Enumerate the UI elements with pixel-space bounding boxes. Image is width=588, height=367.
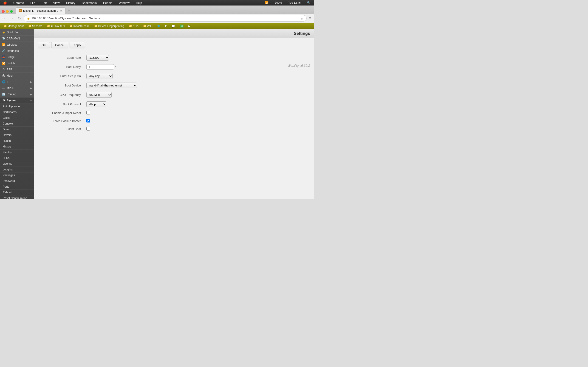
- menu-people[interactable]: People: [102, 1, 114, 5]
- switch-icon: 🔀: [2, 61, 6, 65]
- ok-button[interactable]: OK: [38, 42, 50, 48]
- sidebar-item-reboot[interactable]: Reboot: [0, 190, 34, 195]
- sidebar-item-mesh[interactable]: 🕸 Mesh: [0, 73, 34, 79]
- sidebar-item-ports[interactable]: Ports: [0, 184, 34, 190]
- page-title: Settings: [294, 31, 310, 36]
- boot-protocol-select[interactable]: dhcp bootp none: [86, 101, 106, 107]
- submenu-label: Packages: [3, 174, 15, 177]
- sidebar-item-health[interactable]: Health: [0, 138, 34, 144]
- bookmark-apis[interactable]: 📁 APIs: [127, 24, 140, 28]
- sidebar-item-switch[interactable]: 🔀 Switch: [0, 60, 34, 67]
- sidebar-item-auto-upgrade[interactable]: Auto Upgrade: [0, 104, 34, 109]
- sidebar-item-ip[interactable]: 🌐 IP ▶: [0, 79, 34, 85]
- sidebar-item-label: Bridge: [7, 56, 15, 59]
- sidebar: ⚡ Quick Set 📡 CAPsMAN 📶 Wireless 🔗 Inter…: [0, 29, 34, 199]
- cpu-freq-row: CPU Frequency 650MHz 400MHz 533MHz 800MH…: [38, 90, 199, 100]
- minimize-window-button[interactable]: [6, 10, 9, 13]
- bookmark-device-fingerprinting[interactable]: 📁 Device Fingerprinting: [92, 24, 126, 28]
- url-bar[interactable]: 🔒 192.168.88.1/webfig/#System:Routerboar…: [24, 15, 307, 22]
- sidebar-item-disks[interactable]: Disks: [0, 127, 34, 132]
- bookmark-wifi[interactable]: 📁 WiFi: [141, 24, 154, 28]
- menu-window[interactable]: Window: [118, 1, 131, 5]
- bookmark-infrastructure[interactable]: 📁 Infrastructure: [68, 24, 91, 28]
- force-backup-label: Force Backup Booter: [53, 119, 81, 123]
- search-icon[interactable]: 🔍: [306, 1, 312, 5]
- sidebar-item-capsman[interactable]: 📡 CAPsMAN: [0, 35, 34, 42]
- active-tab[interactable]: M MikroTik – Settings at adm... ×: [16, 7, 66, 14]
- sidebar-item-bridge[interactable]: 🌉 Bridge: [0, 54, 34, 60]
- boot-device-select[interactable]: nand-if-fail-then-ethernet nand-only eth…: [86, 83, 137, 88]
- baud-rate-select[interactable]: 115200 9600 19200 38400 57600: [86, 55, 109, 60]
- browser-menu-button[interactable]: ≡: [308, 15, 312, 21]
- tab-close-button[interactable]: ×: [60, 9, 63, 12]
- sidebar-item-quick-set[interactable]: ⚡ Quick Set: [0, 29, 34, 35]
- wifi-icon: 📶: [264, 1, 270, 5]
- folder-icon: 📁: [69, 25, 73, 27]
- submenu-label: License: [3, 162, 12, 165]
- folder-icon: 📁: [28, 25, 32, 27]
- menu-chrome[interactable]: Chrome: [12, 1, 25, 5]
- enter-setup-label: Enter Setup On: [60, 74, 81, 78]
- close-window-button[interactable]: [2, 10, 5, 13]
- enter-setup-row: Enter Setup On any key delete key none: [38, 71, 199, 81]
- ppp-icon: 🔌: [2, 68, 6, 71]
- sidebar-item-console[interactable]: Console: [0, 121, 34, 127]
- action-buttons: OK Cancel Apply: [38, 42, 310, 48]
- menu-view[interactable]: View: [52, 1, 61, 5]
- sidebar-item-packages[interactable]: Packages: [0, 173, 34, 178]
- reload-button[interactable]: ↻: [17, 15, 23, 21]
- sidebar-item-password[interactable]: Password: [0, 178, 34, 184]
- sidebar-item-certificates[interactable]: Certificates: [0, 109, 34, 115]
- enter-setup-select[interactable]: any key delete key none: [86, 73, 112, 79]
- bookmark-management[interactable]: 📁 Management: [2, 24, 26, 28]
- forward-button[interactable]: ›: [9, 15, 15, 21]
- bookmark-4g-routers[interactable]: 📁 4G Routers: [45, 24, 67, 28]
- enable-jumper-checkbox[interactable]: [86, 111, 90, 115]
- bookmark-label: Sensors: [32, 25, 42, 28]
- sidebar-item-interfaces[interactable]: 🔗 Interfaces: [0, 48, 34, 54]
- bookmark-youtube[interactable]: ▶: [186, 24, 192, 28]
- menu-help[interactable]: Help: [135, 1, 144, 5]
- sidebar-item-clock[interactable]: Clock: [0, 115, 34, 121]
- cancel-button[interactable]: Cancel: [51, 42, 68, 48]
- apply-button[interactable]: Apply: [69, 42, 85, 48]
- cpu-freq-select[interactable]: 650MHz 400MHz 533MHz 800MHz 1000MHz: [86, 92, 112, 98]
- sidebar-item-identity[interactable]: Identity: [0, 150, 34, 155]
- maximize-window-button[interactable]: [10, 10, 13, 13]
- sidebar-item-ppp[interactable]: 🔌 PPP: [0, 67, 34, 73]
- folder-icon: 📁: [4, 25, 7, 27]
- sidebar-item-license[interactable]: License: [0, 161, 34, 167]
- bookmark-p[interactable]: P: [163, 24, 169, 28]
- sidebar-item-leds[interactable]: LEDs: [0, 155, 34, 161]
- menu-edit[interactable]: Edit: [40, 1, 48, 5]
- sidebar-item-mpls[interactable]: 🏷 MPLS ▶: [0, 85, 34, 91]
- green-icon: ▤: [180, 25, 183, 27]
- boot-delay-input[interactable]: [86, 64, 114, 69]
- sidebar-item-routing[interactable]: 🔄 Routing ▶: [0, 91, 34, 98]
- force-backup-checkbox[interactable]: [86, 119, 90, 123]
- new-tab-button[interactable]: +: [66, 9, 72, 13]
- bookmark-sensors[interactable]: 📁 Sensors: [26, 24, 44, 28]
- sidebar-item-wireless[interactable]: 📶 Wireless: [0, 42, 34, 48]
- interfaces-icon: 🔗: [2, 49, 6, 53]
- back-button[interactable]: ‹: [2, 15, 8, 21]
- sidebar-item-logging[interactable]: Logging: [0, 167, 34, 173]
- force-backup-row: Force Backup Booter: [38, 117, 199, 125]
- menu-file[interactable]: File: [29, 1, 36, 5]
- bookmark-star-icon[interactable]: ☆: [301, 17, 304, 20]
- sidebar-item-drivers[interactable]: Drivers: [0, 132, 34, 138]
- apple-menu[interactable]: 🍎: [2, 1, 8, 5]
- sidebar-item-reset-config[interactable]: Reset Configuration: [0, 195, 34, 199]
- system-icon: ⚙: [2, 99, 6, 102]
- sidebar-item-system[interactable]: ⚙ System ▼: [0, 98, 34, 104]
- bookmark-green[interactable]: ▤: [178, 24, 185, 28]
- chevron-down-icon: ▼: [30, 99, 32, 102]
- menu-history[interactable]: History: [65, 1, 77, 5]
- sidebar-item-history[interactable]: History: [0, 144, 34, 150]
- bookmark-message[interactable]: 💬: [170, 24, 177, 28]
- silent-boot-checkbox[interactable]: [86, 127, 90, 131]
- bookmark-twitter[interactable]: 🐦: [155, 24, 162, 28]
- folder-icon: 📁: [129, 25, 132, 27]
- menu-bookmarks[interactable]: Bookmarks: [80, 1, 98, 5]
- submenu-label: Drivers: [3, 133, 11, 137]
